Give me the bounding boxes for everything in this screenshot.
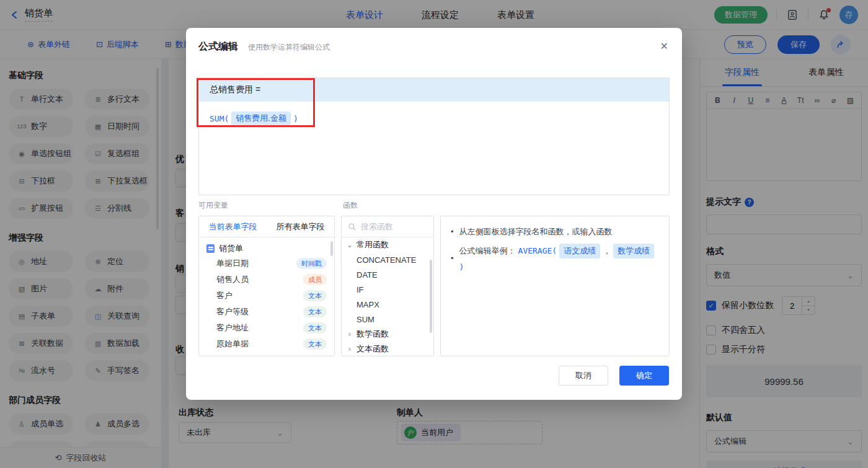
function-item[interactable]: CONCATENATE: [342, 252, 433, 267]
variable-name: 客户等级: [216, 306, 249, 317]
formula-edit-modal: 公式编辑 使用数学运算符编辑公式 ✕ 总销售费用 = SUM( 销售费用.金额 …: [186, 28, 682, 400]
formula-expression: SUM( 销售费用.金额 ): [199, 102, 669, 125]
form-tree-root[interactable]: 销货单: [199, 237, 334, 255]
modal-subtitle: 使用数学运算符编辑公式: [248, 42, 330, 53]
bullet-icon: •: [451, 226, 454, 238]
function-group-text[interactable]: › 文本函数: [342, 342, 433, 356]
tab-current-form-fields[interactable]: 当前表单字段: [199, 216, 267, 237]
formula-close-paren: ): [293, 114, 298, 123]
form-tree-root-label: 销货单: [219, 243, 243, 254]
variable-name: 客户: [216, 290, 232, 301]
help-tip-1: • 从左侧面板选择字段名和函数，或输入函数: [451, 226, 659, 238]
type-badge-text: 文本: [303, 322, 327, 333]
help-example-close-paren: ): [459, 261, 464, 273]
type-badge-member: 成员: [303, 274, 327, 285]
function-group-label: 数学函数: [356, 329, 389, 340]
variables-panel: 当前表单字段 所有表单字段 销货单 单据日期 时间戳 销售人员 成员 客户 文本…: [198, 216, 335, 356]
modal-header: 公式编辑 使用数学运算符编辑公式 ✕: [186, 28, 682, 53]
tab-all-form-fields[interactable]: 所有表单字段: [267, 216, 334, 237]
variables-label: 可用变量: [198, 200, 228, 211]
cancel-button[interactable]: 取消: [559, 366, 608, 386]
formula-field-chip[interactable]: 销售费用.金额: [231, 112, 291, 125]
modal-footer: 取消 确定: [559, 366, 669, 386]
variable-name: 原始单据: [216, 338, 249, 350]
function-search-input[interactable]: [361, 222, 417, 231]
type-badge-text: 文本: [303, 306, 327, 317]
function-item[interactable]: DATE: [342, 267, 433, 282]
help-example-prefix: 公式编辑举例：: [459, 245, 516, 257]
help-example-comma: ，: [603, 245, 611, 257]
modal-title: 公式编辑: [198, 40, 238, 53]
help-example-function: AVERAGE(: [518, 245, 557, 257]
variable-row[interactable]: 客户等级 文本: [199, 304, 334, 320]
variable-row[interactable]: 客户 文本: [199, 288, 334, 304]
variable-row[interactable]: 销售人员 成员: [199, 272, 334, 288]
function-group-label: 常用函数: [356, 239, 389, 250]
function-item[interactable]: IF: [342, 282, 433, 297]
variable-row[interactable]: 原始单据 文本: [199, 336, 334, 352]
functions-scrollbar[interactable]: [430, 260, 432, 333]
variable-name: 客户地址: [216, 322, 249, 333]
variable-name: 销售人员: [216, 274, 249, 285]
close-icon[interactable]: ✕: [660, 40, 668, 52]
help-panel: • 从左侧面板选择字段名和函数，或输入函数 • 公式编辑举例： AVERAGE(…: [440, 216, 670, 356]
variable-row[interactable]: 客户地址 文本: [199, 320, 334, 336]
help-example-chip-1: 语文成绩: [559, 244, 600, 258]
functions-panel: ⌄ 常用函数 CONCATENATE DATE IF MAPX SUM › 数学…: [341, 216, 434, 356]
function-group-common[interactable]: ⌄ 常用函数: [342, 237, 433, 252]
function-item[interactable]: MAPX: [342, 297, 433, 312]
chevron-down-icon: ⌄: [347, 241, 353, 249]
functions-label: 函数: [343, 200, 358, 211]
app-window: 销货单 表单设计 流程设定 表单设置 数据管理 存 ⊛ 表单外链: [0, 0, 868, 468]
help-example-chip-2: 数学成绩: [613, 244, 654, 258]
type-badge-text: 文本: [303, 290, 327, 301]
confirm-button[interactable]: 确定: [619, 366, 669, 386]
function-group-math[interactable]: › 数学函数: [342, 327, 433, 342]
variables-scrollbar[interactable]: [330, 241, 333, 256]
formula-function: SUM(: [210, 114, 229, 123]
variable-row[interactable]: 单据日期 时间戳: [199, 255, 334, 272]
type-badge-text: 文本: [303, 338, 327, 350]
formula-editor[interactable]: 总销售费用 = SUM( 销售费用.金额 ): [198, 77, 670, 195]
help-tip-2: • 公式编辑举例： AVERAGE( 语文成绩 ， 数学成绩 ): [451, 244, 659, 273]
chevron-right-icon: ›: [347, 345, 353, 353]
function-group-label: 文本函数: [356, 343, 389, 355]
help-tip-1-text: 从左侧面板选择字段名和函数，或输入函数: [459, 226, 613, 238]
type-badge-timestamp: 时间戳: [296, 258, 327, 269]
form-doc-icon: [206, 244, 215, 253]
function-search: [342, 216, 433, 237]
variable-name: 单据日期: [216, 258, 249, 269]
formula-target-row: 总销售费用 =: [199, 78, 669, 102]
bullet-icon: •: [451, 252, 454, 265]
search-icon: [348, 223, 356, 231]
chevron-right-icon: ›: [347, 330, 353, 338]
variables-tabs: 当前表单字段 所有表单字段: [199, 216, 334, 237]
formula-target: 总销售费用 =: [210, 84, 260, 95]
function-item[interactable]: SUM: [342, 312, 433, 327]
